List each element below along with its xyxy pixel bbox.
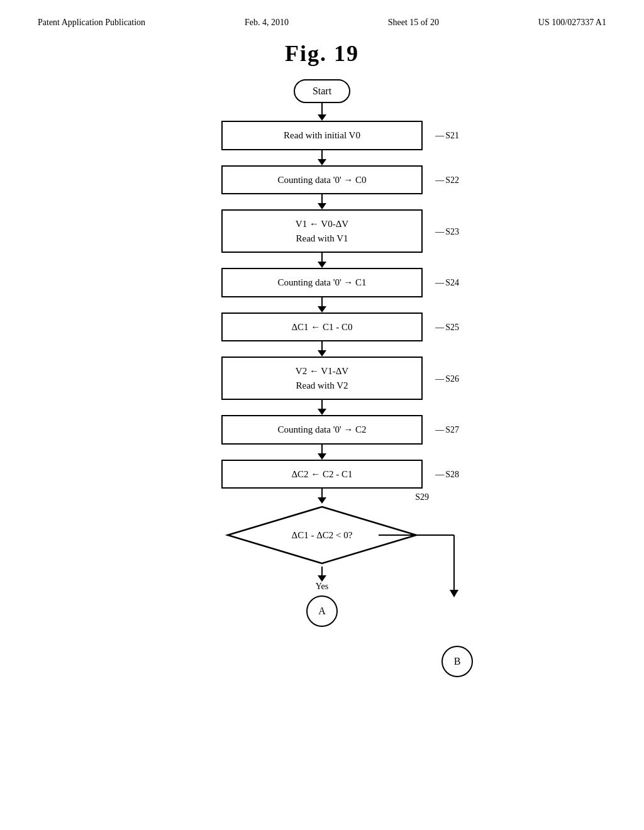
step-label-s27: S27 xyxy=(435,423,459,436)
connector-1 xyxy=(321,103,323,114)
step-s21-row: Read with initial V0 S21 xyxy=(221,121,423,150)
terminal-a: A xyxy=(306,595,338,627)
step-s23: V1 ← V0-ΔV Read with V1 S23 xyxy=(221,209,423,253)
page-header: Patent Application Publication Feb. 4, 2… xyxy=(0,0,644,34)
header-patent: US 100/027337 A1 xyxy=(538,18,606,28)
fig-title: Fig. 19 xyxy=(0,40,644,67)
no-branch-svg: No xyxy=(379,532,467,607)
start-node: Start xyxy=(294,79,350,103)
step-label-s21: S21 xyxy=(435,129,459,142)
arrow-1 xyxy=(318,114,326,121)
step-s28-row: ΔC2 ← C2 - C1 S28 xyxy=(221,460,423,489)
step-s28: ΔC2 ← C2 - C1 S28 xyxy=(221,460,423,489)
header-date: Feb. 4, 2010 xyxy=(245,18,289,28)
step-s22-row: Counting data '0' → C0 S22 xyxy=(221,165,423,195)
step-s25: ΔC1 ← C1 - C0 S25 xyxy=(221,313,423,342)
svg-marker-4 xyxy=(450,590,458,597)
step-s25-row: ΔC1 ← C1 - C0 S25 xyxy=(221,313,423,342)
step-s27: Counting data '0' → C2 S27 xyxy=(221,415,423,445)
step-label-s29: S29 xyxy=(415,492,429,502)
step-s21: Read with initial V0 S21 xyxy=(221,121,423,150)
step-s27-row: Counting data '0' → C2 S27 xyxy=(221,415,423,445)
flowchart: Start Read with initial V0 S21 Counting … xyxy=(0,79,644,627)
diamond-s29-container: S29 ΔC1 - ΔC2 < 0? Yes A xyxy=(165,504,479,627)
no-branch: No xyxy=(377,532,467,607)
step-s23-row: V1 ← V0-ΔV Read with V1 S23 xyxy=(221,209,423,253)
step-label-s24: S24 xyxy=(435,276,459,289)
step-label-s23: S23 xyxy=(435,224,459,238)
step-s26: V2 ← V1-ΔV Read with V2 S26 xyxy=(221,357,423,400)
step-label-s22: S22 xyxy=(435,173,459,186)
step-s24: Counting data '0' → C1 S24 xyxy=(221,268,423,297)
svg-text:ΔC1 - ΔC2 < 0?: ΔC1 - ΔC2 < 0? xyxy=(292,530,353,540)
header-left: Patent Application Publication xyxy=(38,18,145,28)
yes-branch: Yes A xyxy=(306,567,338,627)
step-label-s28: S28 xyxy=(435,467,459,480)
terminal-b: B xyxy=(441,646,473,677)
header-sheet: Sheet 15 of 20 xyxy=(388,18,439,28)
terminal-b-container: B xyxy=(441,646,473,677)
step-s24-row: Counting data '0' → C1 S24 xyxy=(221,268,423,297)
step-s26-row: V2 ← V1-ΔV Read with V2 S26 xyxy=(221,357,423,400)
step-label-s26: S26 xyxy=(435,372,459,385)
yes-label: Yes xyxy=(316,582,328,592)
step-s22: Counting data '0' → C0 S22 xyxy=(221,165,423,195)
step-label-s25: S25 xyxy=(435,320,459,333)
